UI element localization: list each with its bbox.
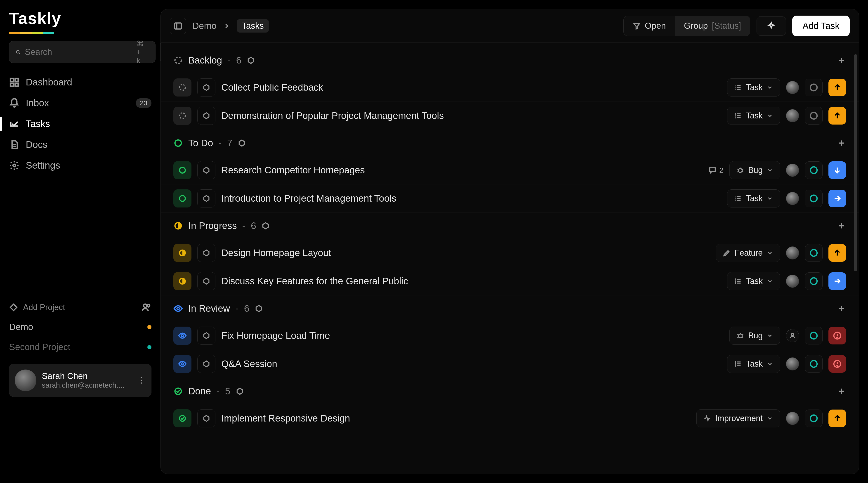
users-icon[interactable] xyxy=(142,302,151,312)
breadcrumb-page[interactable]: Tasks xyxy=(237,19,269,33)
priority-button[interactable] xyxy=(829,355,846,373)
add-task-button[interactable]: Add Task xyxy=(792,15,850,36)
task-row[interactable]: Collect Public Feedback Task xyxy=(161,73,859,102)
nav-docs[interactable]: Docs xyxy=(2,134,158,155)
task-type-chip[interactable]: Task xyxy=(727,272,780,290)
breadcrumb-project[interactable]: Demo xyxy=(192,21,217,31)
priority-urgent-icon xyxy=(833,359,842,368)
scrollbar[interactable] xyxy=(854,54,857,271)
project-item-demo[interactable]: Demo xyxy=(0,317,160,337)
assignee-avatar[interactable] xyxy=(786,357,799,371)
nav-dashboard[interactable]: Dashboard xyxy=(2,72,158,93)
assignee-empty[interactable] xyxy=(786,329,799,342)
task-status-button[interactable] xyxy=(174,78,191,97)
search-input[interactable]: ⌘ + k xyxy=(9,41,156,63)
task-row[interactable]: Introduction to Project Management Tools… xyxy=(161,185,859,213)
task-row[interactable]: Research Competitor Homepages 2 Bug xyxy=(161,156,859,185)
nav-settings[interactable]: Settings xyxy=(2,155,158,176)
priority-button[interactable] xyxy=(829,79,846,96)
progress-ring[interactable] xyxy=(805,190,823,207)
assignee-avatar[interactable] xyxy=(786,275,799,288)
hexagon-icon[interactable] xyxy=(236,387,244,395)
priority-button[interactable] xyxy=(829,272,846,290)
task-type-chip[interactable]: Improvement xyxy=(696,409,780,427)
task-status-button[interactable] xyxy=(174,189,191,207)
hexagon-icon[interactable] xyxy=(238,139,246,147)
nav-inbox[interactable]: Inbox 23 xyxy=(2,93,158,114)
task-tag-button[interactable] xyxy=(197,78,215,97)
filter-open[interactable]: Open xyxy=(624,16,675,36)
task-tag-button[interactable] xyxy=(197,189,215,207)
assignee-avatar[interactable] xyxy=(786,246,799,259)
progress-ring[interactable] xyxy=(805,272,823,290)
priority-button[interactable] xyxy=(829,410,846,427)
add-task-to-group-icon[interactable] xyxy=(837,138,846,148)
assignee-avatar[interactable] xyxy=(786,192,799,205)
comment-count[interactable]: 2 xyxy=(708,166,723,175)
add-project-label[interactable]: Add Project xyxy=(23,303,65,312)
nav-tasks[interactable]: Tasks xyxy=(2,114,158,134)
progress-ring[interactable] xyxy=(805,410,823,427)
priority-button[interactable] xyxy=(829,161,846,179)
task-tag-button[interactable] xyxy=(197,107,215,125)
task-row[interactable]: Discuss Key Features for the General Pub… xyxy=(161,267,859,295)
assignee-avatar[interactable] xyxy=(786,109,799,122)
hexagon-icon[interactable] xyxy=(255,304,263,313)
task-status-button[interactable] xyxy=(174,327,191,345)
progress-ring[interactable] xyxy=(805,244,823,262)
priority-button[interactable] xyxy=(829,327,846,345)
task-status-button[interactable] xyxy=(174,409,191,427)
toggle-sidebar-button[interactable] xyxy=(170,18,186,34)
task-row[interactable]: Implement Responsive Design Improvement xyxy=(161,404,859,432)
progress-ring[interactable] xyxy=(805,79,823,96)
ring-icon xyxy=(809,248,819,258)
add-task-to-group-icon[interactable] xyxy=(837,387,846,396)
task-tag-button[interactable] xyxy=(197,327,215,345)
app-logo[interactable]: Taskly xyxy=(0,9,70,32)
progress-ring[interactable] xyxy=(805,161,823,179)
task-status-button[interactable] xyxy=(174,107,191,125)
task-type-chip[interactable]: Feature xyxy=(716,244,780,262)
hexagon-icon[interactable] xyxy=(261,222,270,230)
task-row[interactable]: Design Homepage Layout Feature xyxy=(161,239,859,267)
task-row[interactable]: Q&A Session Task xyxy=(161,350,859,378)
search-field[interactable] xyxy=(25,47,132,57)
progress-ring[interactable] xyxy=(805,327,823,345)
assignee-avatar[interactable] xyxy=(786,412,799,425)
task-row[interactable]: Demonstration of Popular Project Managem… xyxy=(161,102,859,130)
task-type-chip[interactable]: Bug xyxy=(730,161,780,179)
hexagon-icon xyxy=(203,112,210,120)
status-icon xyxy=(174,386,183,396)
task-tag-button[interactable] xyxy=(197,409,215,427)
task-tag-button[interactable] xyxy=(197,244,215,262)
task-type-chip[interactable]: Task xyxy=(727,189,780,207)
hexagon-icon[interactable] xyxy=(247,56,255,64)
task-type-chip[interactable]: Task xyxy=(727,355,780,373)
project-item-second[interactable]: Second Project xyxy=(0,337,160,357)
priority-button[interactable] xyxy=(829,244,846,262)
task-row[interactable]: Fix Homepage Load Time Bug xyxy=(161,322,859,350)
task-type-chip[interactable]: Task xyxy=(727,78,780,97)
task-tag-button[interactable] xyxy=(197,272,215,290)
progress-ring[interactable] xyxy=(805,355,823,373)
task-status-button[interactable] xyxy=(174,355,191,373)
ai-button[interactable] xyxy=(756,16,786,36)
priority-button[interactable] xyxy=(829,107,846,125)
assignee-avatar[interactable] xyxy=(786,81,799,94)
assignee-avatar[interactable] xyxy=(786,164,799,177)
task-status-button[interactable] xyxy=(174,272,191,290)
task-status-button[interactable] xyxy=(174,244,191,262)
priority-button[interactable] xyxy=(829,190,846,207)
more-icon[interactable] xyxy=(137,376,146,385)
task-type-chip[interactable]: Bug xyxy=(730,327,780,345)
task-status-button[interactable] xyxy=(174,161,191,179)
task-type-chip[interactable]: Task xyxy=(727,107,780,125)
user-card[interactable]: Sarah Chen sarah.chen@acmetech.... xyxy=(9,364,151,397)
progress-ring[interactable] xyxy=(805,107,823,125)
add-task-to-group-icon[interactable] xyxy=(837,304,846,313)
add-task-to-group-icon[interactable] xyxy=(837,56,846,65)
group-by[interactable]: Group [Status] xyxy=(675,16,750,36)
add-task-to-group-icon[interactable] xyxy=(837,221,846,230)
task-tag-button[interactable] xyxy=(197,161,215,179)
task-tag-button[interactable] xyxy=(197,355,215,373)
